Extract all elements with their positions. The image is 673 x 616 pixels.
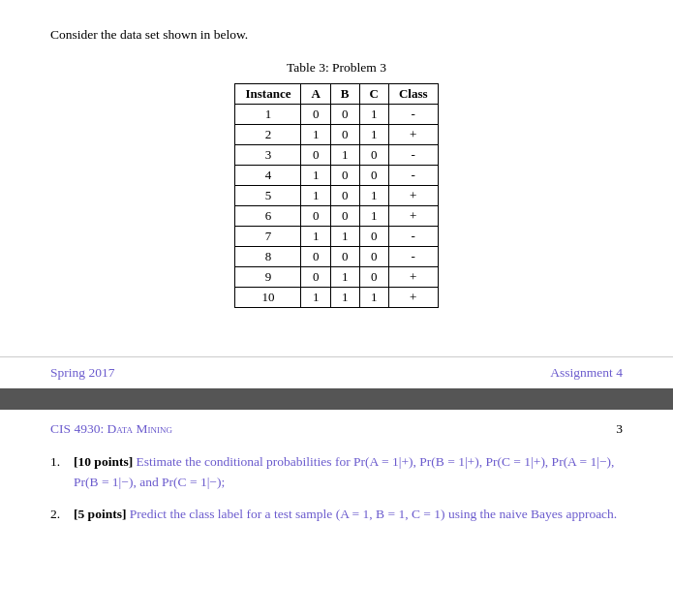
table-cell: 1 (359, 288, 388, 308)
problem-item: 1.[10 points] Estimate the conditional p… (50, 452, 623, 493)
data-table: Instance A B C Class 1001-2101+3010-4100… (234, 83, 438, 308)
table-cell: - (388, 145, 438, 166)
problem-points: [10 points] (74, 454, 137, 469)
intro-text: Consider the data set shown in below. (50, 27, 623, 43)
table-caption: Table 3: Problem 3 (50, 60, 623, 76)
page-number: 3 (616, 421, 623, 437)
table-row: 3010- (235, 145, 438, 166)
course-header: CIS 4930: Data Mining 3 (50, 421, 623, 437)
table-cell: 0 (301, 267, 330, 288)
problem-points: [5 points] (74, 507, 130, 521)
table-cell: 0 (330, 206, 359, 227)
table-cell: 0 (330, 186, 359, 206)
table-row: 5101+ (235, 186, 438, 206)
problem-content: [5 points] Predict the class label for a… (74, 505, 617, 525)
footer-bar: Spring 2017 Assignment 4 (0, 356, 673, 388)
table-cell: 1 (330, 227, 359, 247)
table-row: 10111+ (235, 288, 438, 308)
table-cell: 1 (359, 186, 388, 206)
footer-right: Assignment 4 (550, 365, 623, 381)
table-row: 7110- (235, 227, 438, 247)
table-cell: 1 (301, 166, 330, 186)
table-cell: 2 (235, 125, 301, 145)
table-cell: 4 (235, 166, 301, 186)
footer-left: Spring 2017 (50, 365, 114, 381)
table-cell: - (388, 166, 438, 186)
table-cell: 0 (359, 247, 388, 267)
table-cell: 0 (359, 166, 388, 186)
problem-number: 2. (50, 505, 68, 525)
table-cell: 0 (301, 206, 330, 227)
table-cell: + (388, 288, 438, 308)
table-cell: 0 (359, 145, 388, 166)
table-cell: 0 (301, 105, 330, 125)
table-cell: 3 (235, 145, 301, 166)
col-header-a: A (301, 84, 330, 105)
course-title: CIS 4930: Data Mining (50, 421, 172, 437)
table-cell: 1 (301, 227, 330, 247)
table-cell: 1 (301, 186, 330, 206)
table-cell: 1 (330, 145, 359, 166)
table-cell: 0 (301, 247, 330, 267)
table-row: 9010+ (235, 267, 438, 288)
table-cell: - (388, 247, 438, 267)
table-cell: 1 (235, 105, 301, 125)
problem-text: Predict the class label for a test sampl… (130, 507, 617, 521)
problem-number: 1. (50, 452, 68, 493)
page-bottom: CIS 4930: Data Mining 3 1.[10 points] Es… (0, 410, 673, 556)
table-cell: - (388, 105, 438, 125)
table-cell: 1 (301, 288, 330, 308)
problem-item: 2.[5 points] Predict the class label for… (50, 505, 623, 525)
col-header-c: C (359, 84, 388, 105)
table-row: 1001- (235, 105, 438, 125)
problem-content: [10 points] Estimate the conditional pro… (74, 452, 623, 493)
table-cell: 1 (330, 267, 359, 288)
table-cell: + (388, 267, 438, 288)
table-cell: 0 (359, 227, 388, 247)
problem-text: Estimate the conditional probabilities f… (74, 454, 614, 489)
table-cell: 0 (301, 145, 330, 166)
col-header-b: B (330, 84, 359, 105)
table-cell: - (388, 227, 438, 247)
table-cell: 0 (359, 267, 388, 288)
table-cell: + (388, 186, 438, 206)
table-cell: 7 (235, 227, 301, 247)
table-row: 8000- (235, 247, 438, 267)
table-cell: 1 (330, 288, 359, 308)
problems-list: 1.[10 points] Estimate the conditional p… (50, 452, 623, 525)
table-cell: 10 (235, 288, 301, 308)
data-table-wrapper: Instance A B C Class 1001-2101+3010-4100… (50, 83, 623, 308)
table-cell: 0 (330, 166, 359, 186)
col-header-class: Class (388, 84, 438, 105)
table-cell: 9 (235, 267, 301, 288)
col-header-instance: Instance (235, 84, 301, 105)
table-cell: 1 (359, 125, 388, 145)
dark-bar (0, 388, 673, 410)
table-row: 2101+ (235, 125, 438, 145)
table-cell: + (388, 206, 438, 227)
table-cell: 5 (235, 186, 301, 206)
table-row: 4100- (235, 166, 438, 186)
table-row: 6001+ (235, 206, 438, 227)
table-cell: 0 (330, 125, 359, 145)
table-cell: 0 (330, 247, 359, 267)
table-cell: 1 (359, 206, 388, 227)
table-cell: + (388, 125, 438, 145)
table-cell: 1 (301, 125, 330, 145)
table-cell: 0 (330, 105, 359, 125)
table-cell: 8 (235, 247, 301, 267)
table-cell: 1 (359, 105, 388, 125)
table-cell: 6 (235, 206, 301, 227)
